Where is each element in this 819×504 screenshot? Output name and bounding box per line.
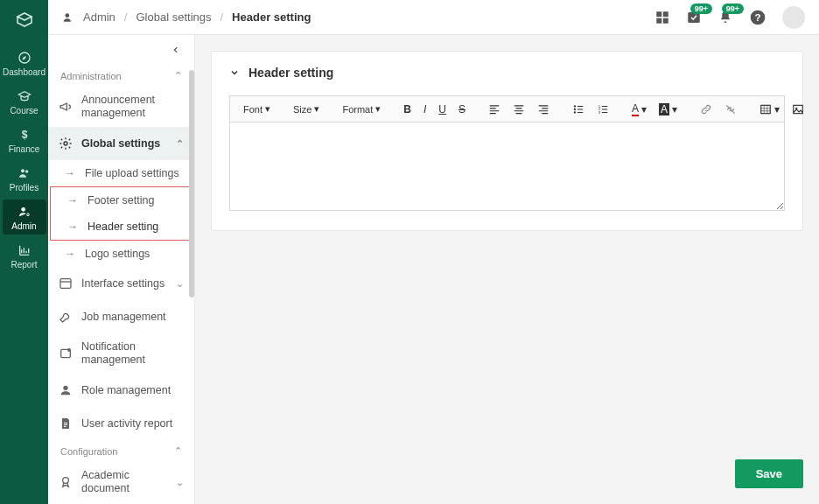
svg-rect-8 xyxy=(663,11,668,17)
sidebar-item-academic-document[interactable]: Academic document ⌄ xyxy=(48,462,194,502)
sidebar-item-user-activity[interactable]: User activity report xyxy=(48,407,194,440)
rail-item-report[interactable]: Report xyxy=(3,238,46,273)
wrench-icon xyxy=(59,310,73,324)
rail-item-admin[interactable]: Admin xyxy=(3,200,46,234)
tasks-icon[interactable]: 99+ xyxy=(686,10,702,25)
award-icon xyxy=(59,475,73,489)
help-icon[interactable]: ? xyxy=(749,9,766,26)
section-configuration[interactable]: Configuration ⌃ xyxy=(48,440,194,462)
avatar[interactable] xyxy=(782,6,805,29)
arrow-right-icon: → xyxy=(64,248,76,260)
document-icon xyxy=(59,416,73,430)
italic-button[interactable]: I xyxy=(419,102,430,117)
sidebar-item-interface-settings[interactable]: Interface settings ⌄ xyxy=(48,267,194,300)
format-dropdown[interactable]: Format ▾ xyxy=(338,102,385,116)
underline-button[interactable]: U xyxy=(434,102,451,117)
size-dropdown[interactable]: Size ▾ xyxy=(289,102,324,116)
user-gear-icon xyxy=(3,205,46,219)
bg-color-button[interactable]: A▾ xyxy=(654,102,682,117)
rail-item-profiles[interactable]: Profiles xyxy=(3,161,46,196)
breadcrumb-separator: / xyxy=(124,10,128,24)
bold-button[interactable]: B xyxy=(399,102,416,117)
chevron-up-icon: ⌃ xyxy=(174,70,182,81)
breadcrumb-admin[interactable]: Admin xyxy=(83,10,116,24)
editor-toolbar: Font ▾ Size ▾ Format ▾ B I U S 123 A▾ xyxy=(230,96,784,122)
tasks-badge: 99+ xyxy=(690,4,712,14)
align-center-button[interactable] xyxy=(508,102,529,117)
chevron-down-icon xyxy=(229,67,240,78)
app-logo[interactable] xyxy=(12,9,37,33)
svg-point-18 xyxy=(63,386,67,390)
svg-text:$: $ xyxy=(21,129,27,141)
rail-item-dashboard[interactable]: Dashboard xyxy=(3,46,46,80)
arrow-right-icon: → xyxy=(66,220,79,233)
top-header: Admin / Global settings / Header setting… xyxy=(48,0,819,35)
breadcrumb-global-settings[interactable]: Global settings xyxy=(136,10,211,24)
panel-toggle[interactable]: Header setting xyxy=(229,66,785,80)
svg-point-2 xyxy=(21,169,24,172)
chevron-down-icon: ⌄ xyxy=(176,278,184,290)
chart-icon xyxy=(3,243,46,257)
svg-point-20 xyxy=(574,105,576,107)
unlink-button[interactable] xyxy=(720,102,741,117)
svg-rect-10 xyxy=(663,18,668,23)
side-nav: Administration ⌃ Announcement management… xyxy=(48,35,195,504)
apps-grid-icon[interactable] xyxy=(654,10,670,25)
gear-icon xyxy=(59,136,73,150)
align-left-button[interactable] xyxy=(484,102,505,117)
svg-point-3 xyxy=(25,170,28,172)
header-actions: 99+ 99+ ? xyxy=(654,6,805,29)
caret-down-icon: ▾ xyxy=(375,103,381,115)
sidebar-item-global-settings[interactable]: Global settings ⌃ xyxy=(48,127,194,160)
sidebar-sub-file-upload[interactable]: → File upload settings xyxy=(48,160,194,186)
editor-body[interactable] xyxy=(230,122,784,210)
link-button[interactable] xyxy=(696,102,717,117)
notifications-badge: 99+ xyxy=(722,4,744,14)
svg-rect-9 xyxy=(656,18,662,23)
svg-point-22 xyxy=(574,111,576,113)
svg-point-19 xyxy=(63,478,69,484)
sidebar-sub-header-setting[interactable]: → Header setting xyxy=(51,214,192,240)
bell-icon[interactable]: 99+ xyxy=(718,10,733,25)
content-area: Header setting Font ▾ Size ▾ Format ▾ B … xyxy=(195,35,819,504)
sidebar-item-notification-management[interactable]: Notification management xyxy=(48,333,194,374)
text-color-button[interactable]: A▾ xyxy=(627,101,651,118)
caret-down-icon: ▾ xyxy=(314,103,319,115)
sidebar-item-announcement[interactable]: Announcement management xyxy=(48,87,194,127)
sidebar-sub-logo-settings[interactable]: → Logo settings xyxy=(48,241,194,267)
scrollbar[interactable] xyxy=(189,70,194,298)
dollar-icon: $ xyxy=(3,128,46,142)
header-setting-panel: Header setting Font ▾ Size ▾ Format ▾ B … xyxy=(211,51,803,231)
layout-icon xyxy=(59,276,73,290)
rail-item-finance[interactable]: $ Finance xyxy=(3,122,46,158)
svg-text:?: ? xyxy=(754,11,760,23)
breadcrumb: Admin / Global settings / Header setting xyxy=(62,10,311,24)
table-button[interactable]: ▾ xyxy=(755,102,784,117)
breadcrumb-current: Header setting xyxy=(232,10,311,24)
arrow-right-icon: → xyxy=(66,194,79,206)
rich-text-editor: Font ▾ Size ▾ Format ▾ B I U S 123 A▾ xyxy=(229,95,785,211)
bullet-list-button[interactable] xyxy=(568,102,589,117)
section-administration[interactable]: Administration ⌃ xyxy=(48,65,194,87)
sidebar-sub-footer-setting[interactable]: → Footer setting xyxy=(51,187,192,214)
save-button[interactable]: Save xyxy=(735,459,803,488)
strike-button[interactable]: S xyxy=(454,102,470,117)
compass-icon xyxy=(3,51,46,65)
svg-point-14 xyxy=(64,142,67,145)
svg-rect-27 xyxy=(794,105,803,113)
svg-point-21 xyxy=(574,108,576,109)
number-list-button[interactable]: 123 xyxy=(592,102,613,117)
breadcrumb-separator: / xyxy=(220,10,223,24)
panel-title: Header setting xyxy=(248,66,333,80)
highlighted-group: → Footer setting → Header setting xyxy=(50,186,192,241)
sidebar-item-job-management[interactable]: Job management xyxy=(48,300,194,333)
image-button[interactable] xyxy=(788,102,808,117)
align-right-button[interactable] xyxy=(533,102,554,117)
font-dropdown[interactable]: Font ▾ xyxy=(239,102,275,116)
svg-text:3: 3 xyxy=(598,109,601,114)
svg-point-17 xyxy=(67,348,71,352)
rail-item-course[interactable]: Course xyxy=(3,84,46,119)
sidebar-item-role-management[interactable]: Role management xyxy=(48,374,194,407)
collapse-sidebar-button[interactable] xyxy=(172,46,180,54)
collapse-row xyxy=(48,35,194,65)
